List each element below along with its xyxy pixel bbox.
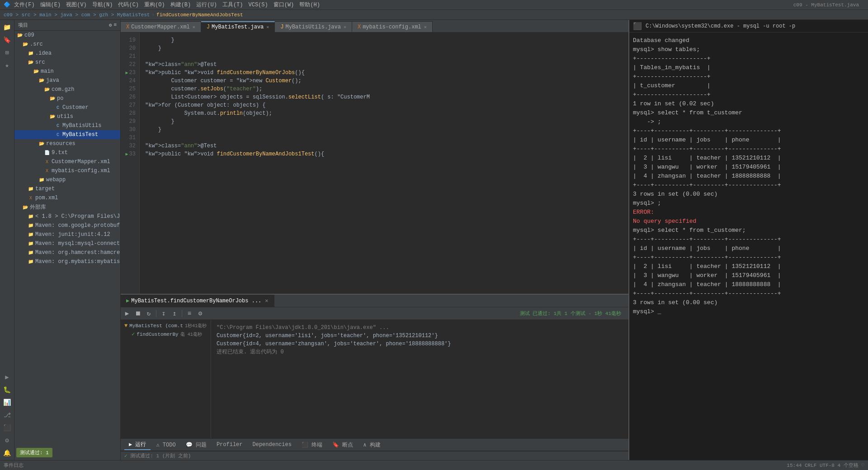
profile-icon[interactable]: 📊 xyxy=(2,397,13,408)
code-line[interactable]: } xyxy=(140,118,628,126)
code-line[interactable]: "kw">class="ann">@Test xyxy=(140,61,628,69)
test-method-item[interactable]: ✓ findCustomerBy 毫 41毫秒 xyxy=(121,330,211,338)
code-line[interactable]: "kw">public "kw">void findCustomerByName… xyxy=(140,150,628,158)
settings-icon[interactable]: ⚙ xyxy=(2,435,13,446)
sidebar-collapse-icon[interactable]: ≡ xyxy=(113,22,117,28)
code-line[interactable]: } xyxy=(140,44,628,52)
tree-item-icon: 📂 xyxy=(38,77,45,84)
tree-item[interactable]: 📁< 1.8 > C:\Program Files\Java\jdk1.8... xyxy=(14,212,120,221)
tab-close-btn[interactable]: ✕ xyxy=(344,24,346,30)
bottom-tab[interactable]: ▶ 运行 xyxy=(124,440,151,450)
bottom-tab[interactable]: Dependencies xyxy=(248,441,296,449)
notifications-icon[interactable]: 🔔 xyxy=(2,447,13,458)
console-output[interactable]: "C:\Program Files\Java\jdk1.8.0_201\bin\… xyxy=(211,320,628,438)
tree-item[interactable]: 📂外部库 xyxy=(14,202,120,212)
restore-btn[interactable]: ↻ xyxy=(144,309,153,318)
menu-item-file[interactable]: 文件(F) xyxy=(14,1,35,9)
bookmark-icon[interactable]: 🔖 xyxy=(2,34,13,45)
tree-item[interactable]: 📁webapp xyxy=(14,175,120,184)
tree-item[interactable]: 📁Maven: org.hamcrest:hamcrest-core:1... xyxy=(14,248,120,257)
favorites-icon[interactable]: ★ xyxy=(2,60,13,70)
code-line[interactable]: "kw">public "kw">void findCustomerByName… xyxy=(140,69,628,77)
code-line[interactable]: "kw">class="ann">@Test xyxy=(140,142,628,150)
cmd-panel: ⬛ C:\Windows\system32\cmd.exe - mysql -u… xyxy=(628,20,868,460)
tree-item[interactable]: 📁.idea xyxy=(14,49,120,58)
menu-item-build[interactable]: 构建(B) xyxy=(170,1,191,9)
status-right: 15:44 CRLF UTF-8 4 个空格 ♡ xyxy=(787,462,864,469)
code-line[interactable]: customer.setJobs("teacher"); xyxy=(140,85,628,93)
run-tab[interactable]: ▶ MyBatisTest.findCustomerByNameOrJobs .… xyxy=(121,295,274,307)
bottom-tab[interactable]: ∧ 构建 xyxy=(359,440,385,450)
menu-item-run[interactable]: 运行(U) xyxy=(196,1,217,9)
tree-item[interactable]: XCustomerMapper.xml xyxy=(14,157,120,166)
tree-item[interactable]: 📂c09 xyxy=(14,31,120,40)
project-icon[interactable]: 📁 xyxy=(2,22,13,33)
run-tab-close[interactable]: ✕ xyxy=(265,297,268,304)
menu-item-help[interactable]: 帮助(H) xyxy=(299,1,320,9)
code-line[interactable] xyxy=(140,52,628,61)
editor-tab[interactable]: JMyBatisTest.java✕ xyxy=(201,21,275,32)
bottom-tab[interactable]: 💬 问题 xyxy=(181,440,211,450)
bottom-tab[interactable]: ⚠ TODO xyxy=(151,441,180,449)
sidebar-gear-icon[interactable]: ⚙ xyxy=(109,22,112,28)
tree-item[interactable]: 📂.src xyxy=(14,40,120,49)
tree-item[interactable]: 📁Maven: junit:junit:4.12 xyxy=(14,230,120,239)
bottom-tab[interactable]: 🔖 断点 xyxy=(328,440,358,450)
menu-item-code[interactable]: 代码(C) xyxy=(118,1,139,9)
code-content[interactable]: } } "kw">class="ann">@Test "kw">public "… xyxy=(140,33,628,294)
scroll-up-btn[interactable]: ↥ xyxy=(170,309,179,318)
tree-item[interactable]: 📁Maven: com.google.protobuf:protob... xyxy=(14,221,120,230)
editor-tab[interactable]: Xmybatis-config.xml✕ xyxy=(352,21,433,32)
code-line[interactable]: Customer customer = "kw">new Customer(); xyxy=(140,77,628,85)
tree-item[interactable]: 📂po xyxy=(14,94,120,103)
tree-item[interactable]: 📂com.gzh xyxy=(14,85,120,94)
rerun-btn[interactable]: ▶ xyxy=(123,309,132,318)
tree-item[interactable]: 📂resources xyxy=(14,139,120,148)
bottom-tab[interactable]: ⬛ 终端 xyxy=(297,440,327,450)
menu-item-vcs[interactable]: VCS(S) xyxy=(248,2,268,8)
tree-item[interactable]: 📂main xyxy=(14,67,120,76)
tree-item[interactable]: 📁Maven: mysql:mysql-connector-java:8... xyxy=(14,239,120,248)
code-line[interactable] xyxy=(140,134,628,142)
code-line[interactable]: } xyxy=(140,36,628,44)
tree-item[interactable]: 📂src xyxy=(14,58,120,67)
stop-btn[interactable]: ⏹ xyxy=(133,309,142,318)
tab-close-btn[interactable]: ✕ xyxy=(266,24,269,30)
tree-item[interactable]: 📂java xyxy=(14,76,120,85)
cmd-content[interactable]: Database changedmysql> show tables;+----… xyxy=(629,33,868,460)
tree-item[interactable]: 📄9.txt xyxy=(14,148,120,157)
tree-item[interactable]: CCustomer xyxy=(14,103,120,112)
code-line[interactable]: System.out.println(object); xyxy=(140,109,628,118)
code-line[interactable]: "kw">for (Customer object: objects) { xyxy=(140,101,628,109)
menu-item-nav[interactable]: 导航(N) xyxy=(92,1,113,9)
tree-item[interactable]: CMyBatisUtils xyxy=(14,121,120,130)
code-line[interactable]: } xyxy=(140,126,628,134)
menu-item-window[interactable]: 窗口(W) xyxy=(274,1,294,9)
tree-item[interactable]: CMyBatisTest xyxy=(14,130,120,139)
debug-icon[interactable]: 🐛 xyxy=(2,384,13,395)
tree-item[interactable]: Xpom.xml xyxy=(14,193,120,202)
tree-item[interactable]: 📁target xyxy=(14,184,120,193)
filter-btn[interactable]: ≡ xyxy=(185,309,194,318)
menu-item-view[interactable]: 视图(V) xyxy=(66,1,87,9)
terminal-icon[interactable]: ⬛ xyxy=(2,422,13,433)
scroll-down-btn[interactable]: ↧ xyxy=(159,309,168,318)
tab-close-btn[interactable]: ✕ xyxy=(193,24,195,30)
tree-item[interactable]: Xmybatis-config.xml xyxy=(14,166,120,175)
tab-close-btn[interactable]: ✕ xyxy=(424,24,427,30)
test-suite-item[interactable]: ▼ MyBatisTest (com.t 1秒41毫秒 xyxy=(121,322,211,330)
tree-item[interactable]: 📂utils xyxy=(14,112,120,121)
settings-btn[interactable]: ⚙ xyxy=(196,309,205,318)
structure-icon[interactable]: ⊞ xyxy=(2,47,13,58)
code-line[interactable]: List<Customer> objects = sqlSession.sele… xyxy=(140,93,628,101)
menu-item-tools[interactable]: 工具(T) xyxy=(222,1,243,9)
editor-tab[interactable]: JMyBatisUtils.java✕ xyxy=(275,21,352,32)
run-icon[interactable]: ▶ xyxy=(2,371,13,382)
editor-tab[interactable]: XCustomerMapper.xml✕ xyxy=(121,21,201,32)
bottom-tab[interactable]: Profiler xyxy=(212,441,247,449)
menu-item-edit[interactable]: 编辑(E) xyxy=(40,1,61,9)
tree-item-label: 外部库 xyxy=(30,203,46,211)
menu-item-refactor[interactable]: 重构(O) xyxy=(144,1,165,9)
tree-item[interactable]: 📁Maven: org.mybatis:mybatis:3.4.2 xyxy=(14,257,120,266)
git-icon[interactable]: ⎇ xyxy=(2,409,13,420)
